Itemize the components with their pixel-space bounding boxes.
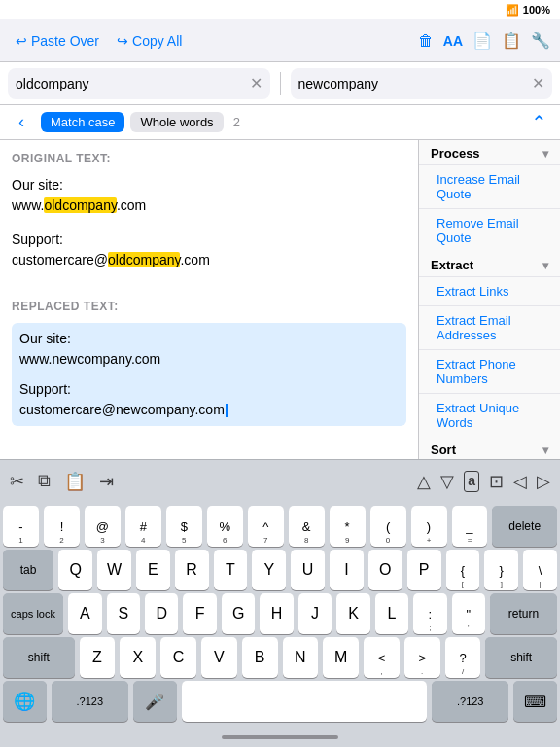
kb-row-space: 🌐 .?123 🎤 .?123 ⌨ [3,681,557,722]
key-question[interactable]: ?/ [445,637,481,678]
key-q[interactable]: Q [58,550,92,590]
cut-icon[interactable]: ✂ [10,471,24,492]
key-x[interactable]: X [120,637,156,678]
paste-over-button[interactable]: ↩ Paste Over [10,29,105,53]
copy-icon[interactable]: ⧉ [38,471,51,492]
key-g[interactable]: G [222,593,255,634]
process-section-header[interactable]: Process ▾ [419,140,560,164]
replaced-line2: www.newcompany.com [19,349,399,370]
kb-row-qwerty: tab Q W E R T Y U I O P {[ }] \| [3,550,557,590]
key-amp[interactable]: &8 [289,506,325,547]
extract-links-item[interactable]: Extract Links [419,276,560,305]
copy-all-icon: ↪ [117,33,128,49]
key-e[interactable]: E [136,550,170,590]
match-case-button[interactable]: Match case [41,112,124,132]
key-u[interactable]: U [291,550,325,590]
indent-icon[interactable]: ⇥ [99,471,114,492]
globe-key[interactable]: 🌐 [3,681,47,722]
collapse-button[interactable]: ⌃ [525,109,552,136]
num-key-right[interactable]: .?123 [432,681,508,722]
key-gt[interactable]: >. [404,637,440,678]
right-shift-key[interactable]: shift [485,637,557,678]
mic-key[interactable]: 🎤 [133,681,177,722]
key-colon[interactable]: :; [413,593,446,634]
left-arrow-icon[interactable]: ◁ [513,471,527,492]
clipboard-icon[interactable]: 📋 [502,31,521,50]
key-h[interactable]: H [260,593,293,634]
warning-icon[interactable]: △ [417,471,431,492]
key-k[interactable]: K [336,593,369,634]
num-key-left[interactable]: .?123 [52,681,128,722]
key-obracket[interactable]: {[ [446,550,480,590]
replace-clear-button[interactable]: ✕ [532,74,544,92]
space-key[interactable] [182,681,428,722]
key-m[interactable]: M [323,637,359,678]
key-p[interactable]: P [407,550,441,590]
key-f[interactable]: F [183,593,216,634]
extract-section-header[interactable]: Extract ▾ [419,252,560,276]
increase-email-quote-item[interactable]: Increase Email Quote [419,164,560,208]
key-d[interactable]: D [145,593,178,634]
key-b[interactable]: B [242,637,278,678]
key-backslash[interactable]: \| [523,550,557,590]
share-icon[interactable]: 📄 [472,31,492,50]
right-arrow-icon[interactable]: ▷ [537,471,550,492]
key-minus[interactable]: -1 [3,506,39,547]
find-input[interactable] [16,76,250,91]
key-quote[interactable]: "' [452,593,485,634]
key-l[interactable]: L [375,593,408,634]
paste-icon[interactable]: 📋 [64,471,86,492]
return-key[interactable]: return [490,593,557,634]
text-a-icon[interactable]: a [464,471,479,492]
key-oparen[interactable]: (0 [370,506,406,547]
key-v[interactable]: V [201,637,237,678]
key-at[interactable]: @3 [85,506,121,547]
tab-key[interactable]: tab [3,550,53,590]
keyboard: -1 !2 @3 #4 $5 %6 ^7 &8 *9 (0 )+ [0,502,560,728]
key-t[interactable]: T [214,550,248,590]
key-n[interactable]: N [283,637,319,678]
selection-icon[interactable]: ⊡ [489,471,504,492]
prev-match-button[interactable]: ‹ [8,109,35,136]
copy-all-button[interactable]: ↪ Copy All [111,29,188,53]
toolbar: ↩ Paste Over ↪ Copy All 🗑 AA 📄 📋 🔧 [0,19,560,62]
key-caret[interactable]: ^7 [248,506,284,547]
text-panel[interactable]: ORIGINAL TEXT: Our site: www.oldcompany.… [0,140,419,459]
sort-section-header[interactable]: Sort ▾ [419,437,560,459]
whole-words-button[interactable]: Whole words [130,112,223,132]
caps-lock-key[interactable]: caps lock [3,593,63,634]
key-r[interactable]: R [175,550,209,590]
key-a[interactable]: A [68,593,101,634]
down-icon[interactable]: ▽ [440,471,454,492]
key-z[interactable]: Z [80,637,116,678]
remove-email-quote-item[interactable]: Remove Email Quote [419,208,560,252]
key-lt[interactable]: <, [364,637,400,678]
key-percent[interactable]: %6 [207,506,243,547]
key-dollar[interactable]: $5 [166,506,202,547]
key-o[interactable]: O [368,550,402,590]
extract-email-item[interactable]: Extract Email Addresses [419,305,560,349]
wrench-icon[interactable]: 🔧 [531,31,550,50]
key-star[interactable]: *9 [330,506,366,547]
delete-key[interactable]: delete [492,506,557,547]
key-j[interactable]: J [298,593,332,634]
key-cbracket[interactable]: }] [484,550,518,590]
key-i[interactable]: I [330,550,364,590]
key-cparen[interactable]: )+ [411,506,447,547]
replace-input[interactable] [298,76,533,91]
find-clear-button[interactable]: ✕ [250,74,262,92]
copy-all-label: Copy All [132,33,182,49]
trash-icon[interactable]: 🗑 [418,32,434,50]
key-w[interactable]: W [97,550,131,590]
font-size-icon[interactable]: AA [443,33,463,49]
keyboard-dismiss-key[interactable]: ⌨ [513,681,557,722]
key-c[interactable]: C [160,637,196,678]
key-hash[interactable]: #4 [125,506,161,547]
extract-phone-item[interactable]: Extract Phone Numbers [419,349,560,393]
key-s[interactable]: S [107,593,140,634]
key-underscore[interactable]: _= [452,506,488,547]
extract-unique-item[interactable]: Extract Unique Words [419,393,560,437]
key-y[interactable]: Y [252,550,286,590]
left-shift-key[interactable]: shift [3,637,75,678]
key-exclaim[interactable]: !2 [44,506,80,547]
